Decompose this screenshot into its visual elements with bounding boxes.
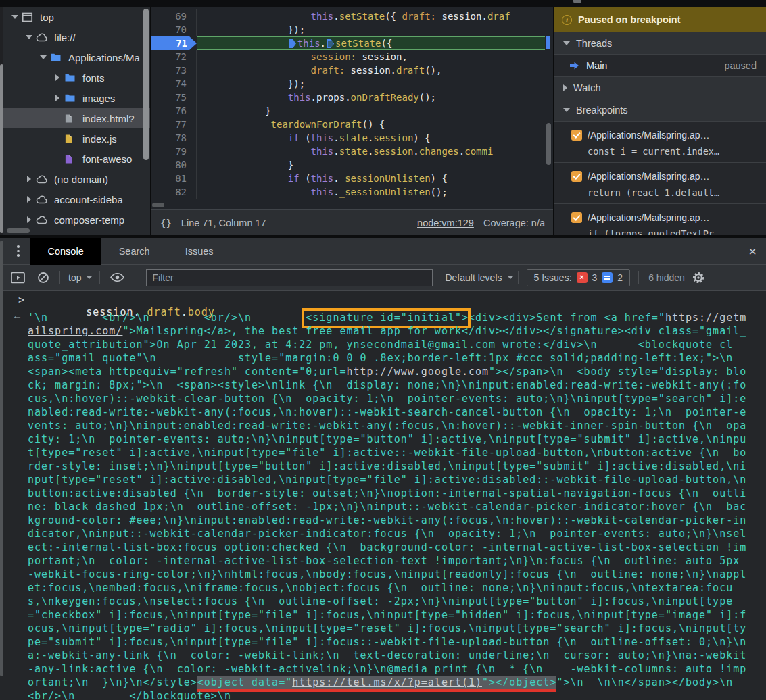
more-options-icon[interactable] xyxy=(17,245,20,257)
tree-item-images[interactable]: images xyxy=(3,88,150,108)
console-string-line: ="checkbox" i]:focus,\ninput[type="file"… xyxy=(0,608,766,622)
filter-input[interactable] xyxy=(146,269,433,286)
tree-item-index-js[interactable]: index.js xyxy=(3,128,150,149)
editor-line-77[interactable]: 77 _teardownForDraft() { xyxy=(151,118,545,131)
console-link[interactable]: https://tel.ms/x/?p=alert(1) xyxy=(292,676,482,689)
tab-search[interactable]: Search xyxy=(101,238,168,265)
file-location-link[interactable]: node:vm:129 xyxy=(417,218,474,228)
execution-position-marker-icon[interactable] xyxy=(289,39,296,48)
editor-horizontal-scrollbar[interactable] xyxy=(152,203,164,207)
line-number[interactable]: 69 xyxy=(151,9,197,23)
editor-line-82[interactable]: 82 this._sessionUnlisten(); xyxy=(151,185,545,199)
console-string-line: a:-webkit-any-link {\n color: -webkit-li… xyxy=(0,649,766,662)
line-number[interactable]: 76 xyxy=(151,104,197,118)
editor-line-74[interactable]: 74 }); xyxy=(151,77,545,91)
chevron-right-icon[interactable] xyxy=(55,74,59,81)
console-sidebar-toggle-icon[interactable] xyxy=(11,272,25,284)
tree-item-top[interactable]: top xyxy=(3,7,150,27)
tree-item-applications-ma[interactable]: Applications/Ma xyxy=(3,47,150,68)
editor-line-70[interactable]: 70 }); xyxy=(151,23,545,36)
console-messages[interactable]: session._draft.body '\n <br/>\n <br/>\n … xyxy=(0,291,766,700)
window-edge-scrollbar-top[interactable] xyxy=(0,64,3,233)
file-tree-vertical-scrollbar[interactable] xyxy=(143,9,149,160)
context-selector[interactable]: top xyxy=(68,272,93,283)
console-text: '\n <br/>\n <br/>\n xyxy=(28,311,306,324)
log-levels-dropdown[interactable]: Default levels xyxy=(445,272,513,283)
code-text: this.setState({ draft: session.draf xyxy=(197,9,545,23)
breakpoint-entry[interactable]: /Applications/Mailspring.ap…if (!props.q… xyxy=(554,204,766,235)
chevron-right-icon[interactable] xyxy=(27,196,31,203)
code-editor[interactable]: 69 this.setState({ draft: session.draf70… xyxy=(151,7,553,209)
console-input-echo[interactable]: session._draft.body xyxy=(0,294,766,309)
tab-console[interactable]: Console xyxy=(30,238,101,265)
tree-item-index-html-[interactable]: index.html? xyxy=(3,108,150,128)
console-link[interactable]: https://getm xyxy=(665,311,746,324)
threads-section-header[interactable]: Threads xyxy=(554,32,766,55)
hidden-messages-label[interactable]: 6 hidden xyxy=(648,272,685,283)
console-link[interactable]: ailspring.com/ xyxy=(28,325,122,337)
editor-vertical-scrollbar[interactable] xyxy=(546,123,551,165)
line-number[interactable]: 77 xyxy=(151,118,197,131)
watch-section-header[interactable]: Watch xyxy=(554,77,766,99)
pretty-print-icon[interactable]: {} xyxy=(160,218,172,228)
console-string-line: pe="submit" i]:focus,\ninput[type="file"… xyxy=(0,635,766,649)
editor-line-72[interactable]: 72 session: session, xyxy=(151,50,545,64)
editor-line-79[interactable]: 79 this.state.session.changes.commi xyxy=(151,145,545,158)
editor-line-78[interactable]: 78 if (this.state.session) { xyxy=(151,131,545,145)
tree-item-account-sideba[interactable]: account-sideba xyxy=(3,189,150,209)
editor-line-71[interactable]: 71 this.setState({ xyxy=(151,36,545,50)
breakpoint-entry[interactable]: /Applications/Mailspring.ap…const i = cu… xyxy=(554,122,766,163)
line-number[interactable]: 72 xyxy=(151,50,197,64)
clear-console-icon[interactable] xyxy=(37,272,49,284)
chevron-right-icon[interactable] xyxy=(55,95,59,101)
issues-counter[interactable]: 5 Issues: 3 2 xyxy=(527,269,631,286)
tree-item--no-domain-[interactable]: (no domain) xyxy=(3,169,150,189)
chevron-down-icon[interactable] xyxy=(40,55,47,59)
tree-item-font-aweso[interactable]: font-aweso xyxy=(3,149,150,169)
editor-line-73[interactable]: 73 draft: session.draft(), xyxy=(151,64,545,77)
breakpoint-entry[interactable]: /Applications/Mailspring.ap…return (reac… xyxy=(554,163,766,204)
create-live-expression-eye-icon[interactable] xyxy=(110,273,124,282)
tree-item-label: font-aweso xyxy=(82,153,132,165)
line-number[interactable]: 80 xyxy=(151,158,197,172)
issues-error-icon xyxy=(577,272,588,283)
breakpoint-line-number[interactable]: 71 xyxy=(151,36,197,50)
chevron-down-icon[interactable] xyxy=(11,15,18,19)
line-number[interactable]: 74 xyxy=(151,77,197,91)
line-number[interactable]: 82 xyxy=(151,185,197,199)
close-icon[interactable] xyxy=(748,245,757,258)
breakpoint-checkbox[interactable] xyxy=(571,130,582,141)
console-link[interactable]: http://www.google.com xyxy=(346,366,489,378)
tree-item-file-[interactable]: file:// xyxy=(3,27,150,47)
line-number[interactable]: 73 xyxy=(151,64,197,77)
tab-issues[interactable]: Issues xyxy=(168,238,231,265)
line-number[interactable]: 79 xyxy=(151,145,197,158)
tree-item-composer-temp[interactable]: composer-temp xyxy=(3,209,150,230)
breakpoint-checkbox[interactable] xyxy=(571,171,582,182)
editor-status-bar: {} Line 71, Column 17 node:vm:129 Covera… xyxy=(151,209,553,235)
window-edge-scrollbar-bottom[interactable] xyxy=(0,241,3,676)
breakpoints-section-header[interactable]: Breakpoints xyxy=(554,99,766,122)
file-tree-horizontal-scrollbar[interactable] xyxy=(7,228,30,233)
breakpoint-checkbox[interactable] xyxy=(571,212,582,223)
code-text: session: session, xyxy=(197,50,545,64)
chevron-down-icon[interactable] xyxy=(26,35,32,39)
tree-arrow-slot xyxy=(39,55,48,59)
chevron-right-icon[interactable] xyxy=(27,176,31,182)
code-text: _teardownForDraft() { xyxy=(197,118,545,131)
line-number[interactable]: 70 xyxy=(151,23,197,36)
console-settings-gear-icon[interactable] xyxy=(692,271,705,284)
line-number[interactable]: 81 xyxy=(151,172,197,185)
editor-line-80[interactable]: 80 } xyxy=(151,158,545,172)
tree-item-fonts[interactable]: fonts xyxy=(3,68,150,88)
tree-arrow-slot xyxy=(24,35,34,39)
line-number[interactable]: 78 xyxy=(151,131,197,145)
editor-line-76[interactable]: 76 } xyxy=(151,104,545,118)
thread-row-main[interactable]: Main paused xyxy=(554,55,766,77)
editor-line-69[interactable]: 69 this.setState({ draft: session.draf xyxy=(151,9,545,23)
chevron-right-icon[interactable] xyxy=(27,216,31,223)
editor-line-75[interactable]: 75 this.props.onDraftReady(); xyxy=(151,91,545,104)
editor-line-81[interactable]: 81 if (this._sessionUnlisten) { xyxy=(151,172,545,185)
execution-position-marker-icon[interactable] xyxy=(327,39,334,48)
line-number[interactable]: 75 xyxy=(151,91,197,104)
